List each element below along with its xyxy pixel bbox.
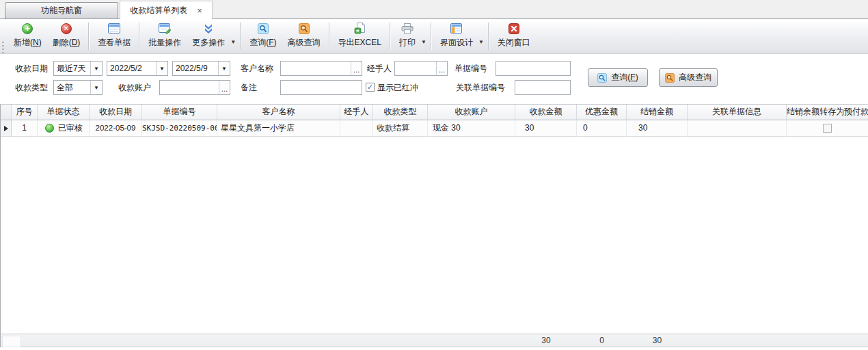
col-header-type[interactable]: 收款类型 bbox=[373, 105, 428, 120]
toolbar-separator bbox=[139, 23, 140, 50]
add-button[interactable]: + 新增(N) bbox=[8, 19, 47, 53]
grid-header-row: 序号 单据状态 收款日期 单据编号 客户名称 经手人 收款类型 收款账户 收款金… bbox=[1, 105, 868, 120]
summary-bar: 30 0 30 bbox=[0, 334, 868, 347]
data-grid: 序号 单据状态 收款日期 单据编号 客户名称 经手人 收款类型 收款账户 收款金… bbox=[0, 104, 868, 347]
receipt-type-label: 收款类型 bbox=[15, 80, 48, 95]
col-header-settle[interactable]: 结销金额 bbox=[627, 105, 688, 120]
col-header-seq[interactable]: 序号 bbox=[12, 105, 38, 120]
summary-discount: 0 bbox=[577, 334, 627, 347]
related-doc-no-field bbox=[515, 80, 571, 95]
advanced-query-button[interactable]: 高级查询 bbox=[282, 19, 326, 53]
tab-close-icon[interactable]: × bbox=[197, 6, 202, 15]
cell-type: 收款结算 bbox=[373, 120, 428, 137]
receipt-account-label: 收款账户 bbox=[118, 80, 151, 95]
status-approved-icon bbox=[45, 124, 54, 133]
batch-ops-button[interactable]: 批量操作 bbox=[143, 19, 187, 53]
date-from-select[interactable]: 2022/5/2 ▼ bbox=[107, 61, 168, 76]
receipt-type-select[interactable]: 全部 ▼ bbox=[53, 80, 103, 95]
ui-design-dropdown-caret-icon[interactable]: ▼ bbox=[478, 39, 484, 45]
transfer-prepay-checkbox[interactable] bbox=[823, 124, 832, 133]
chevron-down-icon[interactable]: ▼ bbox=[90, 62, 102, 75]
col-header-customer[interactable]: 客户名称 bbox=[217, 105, 340, 120]
cell-related bbox=[688, 120, 787, 137]
handler-field: … bbox=[394, 61, 448, 76]
row-arrow-icon bbox=[4, 126, 8, 131]
cell-seq: 1 bbox=[12, 120, 38, 137]
batch-ops-icon bbox=[159, 23, 171, 34]
view-doc-icon bbox=[108, 23, 120, 34]
query-submit-button[interactable]: 查询(F) bbox=[588, 68, 648, 87]
col-header-related[interactable]: 关联单据信息 bbox=[688, 105, 787, 120]
current-row-marker bbox=[1, 120, 12, 137]
col-header-account[interactable]: 收款账户 bbox=[428, 105, 515, 120]
toolbar: + 新增(N) ✕ 删除(D) 查看单据 bbox=[0, 19, 868, 54]
more-ops-icon bbox=[202, 23, 215, 34]
print-icon bbox=[401, 23, 413, 34]
cell-doc-no: SKJSD-20220509-0001 bbox=[142, 120, 217, 137]
remark-input[interactable] bbox=[281, 81, 362, 94]
doc-no-field bbox=[496, 61, 571, 76]
advanced-query-panel-button[interactable]: 高级查询 bbox=[659, 68, 718, 87]
ui-design-icon bbox=[450, 23, 463, 34]
table-row[interactable]: 1 已审核 2022-05-09 SKJSD-20220509-0001 星星文… bbox=[1, 120, 868, 137]
delete-button[interactable]: ✕ 删除(D) bbox=[47, 19, 86, 53]
export-excel-button[interactable]: 导出EXCEL bbox=[333, 19, 387, 53]
cell-amount: 30 bbox=[515, 120, 577, 137]
col-header-transfer-prepay[interactable]: 结销余额转存为预付款 bbox=[787, 105, 868, 120]
toolbar-separator bbox=[329, 23, 330, 50]
close-window-button[interactable]: 关闭窗口 bbox=[492, 19, 536, 53]
more-ops-button[interactable]: 更多操作 bbox=[187, 19, 230, 53]
col-header-date[interactable]: 收款日期 bbox=[90, 105, 142, 120]
checkmark-icon: ✓ bbox=[367, 83, 373, 91]
print-button[interactable]: 打印 bbox=[394, 19, 421, 53]
remark-field bbox=[280, 80, 362, 95]
show-reversed-label[interactable]: 显示已红冲 bbox=[377, 80, 418, 95]
filter-panel: 收款日期 最近7天 ▼ 2022/5/2 ▼ 2022/5/9 ▼ 客户名称 …… bbox=[0, 55, 868, 103]
customer-name-label: 客户名称 bbox=[241, 61, 273, 76]
col-header-amount[interactable]: 收款金额 bbox=[515, 105, 577, 120]
advanced-search-icon bbox=[298, 23, 310, 34]
app-window: 功能导航窗 收款结算单列表 × + 新增(N) ✕ 删除(D) bbox=[0, 0, 868, 350]
more-ops-dropdown-caret-icon[interactable]: ▼ bbox=[230, 39, 236, 45]
close-window-icon bbox=[508, 23, 520, 34]
toolbar-separator bbox=[88, 23, 90, 50]
date-to-select[interactable]: 2022/5/9 ▼ bbox=[172, 61, 230, 76]
date-range-select[interactable]: 最近7天 ▼ bbox=[53, 61, 103, 76]
cell-handler bbox=[340, 120, 373, 137]
account-lookup-ellipsis-button[interactable]: … bbox=[219, 81, 230, 94]
related-doc-no-input[interactable] bbox=[515, 81, 570, 94]
remark-label: 备注 bbox=[241, 80, 257, 95]
col-header-doc-no[interactable]: 单据编号 bbox=[142, 105, 217, 120]
view-doc-button[interactable]: 查看单据 bbox=[92, 19, 136, 53]
customer-name-input[interactable] bbox=[281, 62, 351, 75]
delete-icon: ✕ bbox=[60, 23, 72, 34]
chevron-down-icon[interactable]: ▼ bbox=[218, 62, 230, 75]
chevron-down-icon[interactable]: ▼ bbox=[156, 62, 167, 75]
ui-design-button[interactable]: 界面设计 bbox=[435, 19, 478, 53]
tab-function-nav[interactable]: 功能导航窗 bbox=[5, 2, 118, 18]
related-doc-no-label: 关联单据编号 bbox=[456, 80, 505, 95]
toolbar-separator bbox=[390, 23, 391, 50]
chevron-down-icon[interactable]: ▼ bbox=[90, 81, 102, 94]
handler-input[interactable] bbox=[395, 62, 436, 75]
header-row-marker bbox=[1, 105, 12, 120]
query-button[interactable]: 查询(F) bbox=[244, 19, 282, 53]
col-header-handler[interactable]: 经手人 bbox=[340, 105, 373, 120]
cell-customer: 星星文具第一小学店 bbox=[217, 120, 340, 137]
cell-date: 2022-05-09 bbox=[90, 120, 142, 137]
add-icon: + bbox=[21, 23, 33, 34]
export-excel-icon bbox=[353, 23, 366, 34]
summary-marker-cell bbox=[2, 336, 21, 347]
receipt-account-field: … bbox=[159, 80, 230, 95]
show-reversed-checkbox[interactable]: ✓ bbox=[366, 83, 375, 92]
handler-lookup-ellipsis-button[interactable]: … bbox=[436, 62, 447, 75]
doc-no-input[interactable] bbox=[496, 62, 570, 75]
col-header-discount[interactable]: 优惠金额 bbox=[577, 105, 627, 120]
print-dropdown-caret-icon[interactable]: ▼ bbox=[421, 39, 426, 45]
col-header-status[interactable]: 单据状态 bbox=[38, 105, 90, 120]
receipt-account-input[interactable] bbox=[160, 81, 219, 94]
tab-receipt-settlement-list[interactable]: 收款结算单列表 × bbox=[120, 1, 213, 19]
summary-amount: 30 bbox=[515, 334, 577, 347]
toolbar-separator bbox=[431, 23, 432, 50]
customer-lookup-ellipsis-button[interactable]: … bbox=[351, 62, 362, 75]
